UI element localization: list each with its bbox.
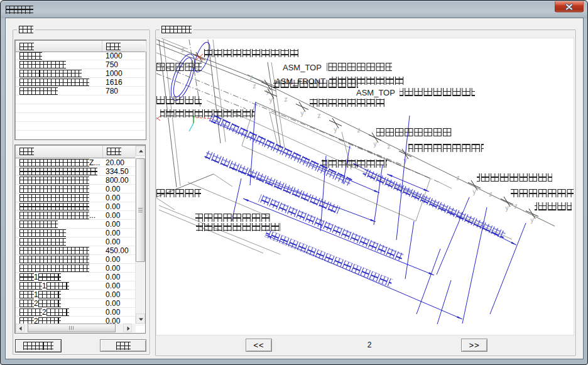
svg-text:y: y	[372, 139, 378, 148]
svg-text:z: z	[487, 190, 493, 198]
svg-text:z: z	[316, 111, 322, 119]
svg-text:z: z	[180, 45, 185, 53]
svg-text:z: z	[513, 202, 518, 210]
svg-text:y: y	[332, 125, 339, 133]
svg-text:y: y	[299, 109, 305, 117]
svg-text:z: z	[283, 95, 288, 103]
svg-text:z: z	[455, 173, 460, 182]
svg-text:y: y	[529, 215, 535, 224]
svg-text:y: y	[504, 204, 510, 212]
svg-text:z: z	[386, 142, 391, 150]
svg-text:z: z	[356, 126, 361, 134]
svg-text:ASM_TOP: ASM_TOP	[356, 88, 395, 97]
svg-text:ASM_TOP: ASM_TOP	[283, 63, 322, 72]
svg-text:y: y	[264, 87, 271, 95]
svg-text:z: z	[248, 73, 254, 81]
svg-text:y: y	[471, 187, 477, 195]
